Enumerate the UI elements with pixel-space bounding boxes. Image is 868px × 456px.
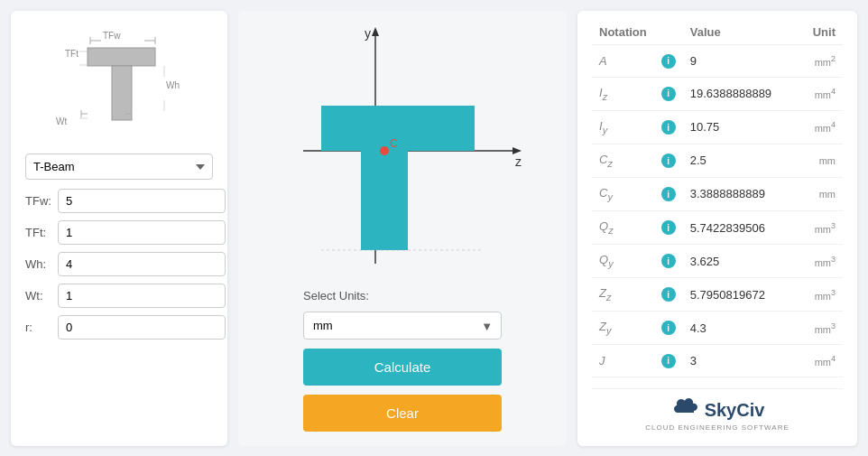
- center-panel: z y C Select Units: mmcmminft ▼ Calculat…: [238, 11, 567, 446]
- svg-text:z: z: [515, 154, 522, 169]
- input-tft[interactable]: [58, 220, 226, 245]
- svg-text:Wh: Wh: [166, 80, 180, 90]
- diagram-area: TFw TFt Wh Wt: [25, 25, 213, 143]
- units-select-wrap: mmcmminft ▼: [303, 312, 502, 340]
- cell-unit: mm: [798, 144, 843, 177]
- table-row: Cyi3.3888888889mm: [592, 177, 843, 210]
- cell-info[interactable]: i: [654, 345, 683, 377]
- info-icon[interactable]: i: [661, 187, 676, 201]
- info-icon[interactable]: i: [661, 220, 676, 235]
- svg-text:Wt: Wt: [56, 116, 67, 126]
- label-tfw: TFw:: [25, 194, 58, 208]
- info-icon[interactable]: i: [661, 321, 676, 335]
- calculate-button[interactable]: Calculate: [303, 349, 502, 386]
- field-row-wh: Wh:: [25, 252, 213, 276]
- cell-info[interactable]: i: [654, 110, 683, 144]
- skyciv-brand: SkyCiv: [670, 396, 765, 423]
- cell-value: 2.5: [683, 144, 799, 177]
- cell-notation: Qz: [592, 210, 654, 244]
- skyciv-brand-name: SkyCiv: [705, 400, 765, 421]
- svg-rect-24: [321, 106, 475, 151]
- svg-text:TFt: TFt: [65, 49, 78, 59]
- cell-info[interactable]: i: [654, 245, 683, 278]
- cell-info[interactable]: i: [654, 312, 683, 345]
- table-row: Qyi3.625mm3: [592, 245, 843, 278]
- cell-info[interactable]: i: [654, 177, 683, 210]
- input-tfw[interactable]: [58, 189, 226, 213]
- info-icon[interactable]: i: [661, 287, 676, 302]
- cell-value: 9: [683, 45, 799, 78]
- cell-unit: mm4: [798, 345, 843, 377]
- cell-unit: mm3: [798, 245, 843, 278]
- field-row-tft: TFt:: [25, 220, 213, 245]
- units-label: Select Units:: [303, 289, 369, 302]
- label-tft: TFt:: [25, 226, 58, 239]
- input-r[interactable]: [58, 315, 226, 340]
- cell-unit: mm2: [798, 45, 843, 78]
- svg-rect-25: [361, 151, 408, 250]
- chart-area: z y C: [253, 20, 552, 282]
- cell-value: 19.6388888889: [683, 77, 799, 110]
- cell-notation: Zy: [592, 312, 654, 345]
- input-wt[interactable]: [58, 284, 226, 308]
- cell-info[interactable]: i: [654, 45, 683, 78]
- svg-rect-13: [88, 48, 155, 66]
- field-row-wt: Wt:: [25, 284, 213, 308]
- table-row: Iyi10.75mm4: [592, 110, 843, 144]
- label-wh: Wh:: [25, 257, 58, 271]
- cell-info[interactable]: i: [654, 144, 683, 177]
- clear-button[interactable]: Clear: [303, 395, 502, 432]
- cell-unit: mm3: [798, 312, 843, 345]
- cell-value: 4.3: [683, 312, 799, 345]
- cell-notation: J: [592, 345, 654, 377]
- svg-text:C: C: [390, 137, 398, 150]
- table-row: Czi2.5mm: [592, 144, 843, 177]
- cell-info[interactable]: i: [654, 77, 683, 110]
- table-row: Izi19.6388888889mm4: [592, 77, 843, 110]
- cell-value: 10.75: [683, 110, 799, 144]
- controls-area: Select Units: mmcmminft ▼ Calculate Clea…: [253, 289, 552, 432]
- skyciv-logo: SkyCiv CLOUD ENGINEERING SOFTWARE: [592, 388, 843, 432]
- svg-marker-19: [372, 27, 379, 36]
- info-icon[interactable]: i: [661, 120, 676, 135]
- left-panel: TFw TFt Wh Wt T-BeamI-BeamL-AngleRectang: [11, 11, 227, 446]
- cell-info[interactable]: i: [654, 210, 683, 244]
- cell-notation: A: [592, 45, 654, 78]
- cell-value: 5.7422839506: [683, 210, 799, 244]
- table-row: Ai9mm2: [592, 45, 843, 78]
- col-header-value: Value: [683, 20, 799, 45]
- info-icon[interactable]: i: [661, 154, 676, 168]
- svg-point-26: [380, 146, 389, 155]
- label-wt: Wt:: [25, 289, 58, 302]
- cell-value: 5.7950819672: [683, 278, 799, 312]
- cell-notation: Iy: [592, 110, 654, 144]
- info-icon[interactable]: i: [661, 354, 676, 368]
- cell-unit: mm4: [798, 110, 843, 144]
- cell-notation: Qy: [592, 245, 654, 278]
- right-panel: Notation Value Unit Ai9mm2Izi19.63888888…: [577, 11, 857, 446]
- table-row: Zyi4.3mm3: [592, 312, 843, 345]
- cloud-icon: [670, 396, 699, 423]
- shape-select[interactable]: T-BeamI-BeamL-AngleRectangleCircle: [25, 154, 213, 180]
- field-row-r: r:: [25, 315, 213, 340]
- cell-unit: mm3: [798, 278, 843, 312]
- info-icon[interactable]: i: [661, 254, 676, 268]
- cell-unit: mm4: [798, 77, 843, 110]
- info-icon[interactable]: i: [661, 87, 676, 101]
- col-header-empty: [654, 20, 683, 45]
- col-header-notation: Notation: [592, 20, 654, 45]
- svg-marker-21: [512, 147, 522, 154]
- skyciv-tagline: CLOUD ENGINEERING SOFTWARE: [645, 423, 790, 432]
- info-icon[interactable]: i: [661, 54, 676, 69]
- cell-value: 3: [683, 345, 799, 377]
- cell-notation: Cz: [592, 144, 654, 177]
- units-select[interactable]: mmcmminft: [303, 312, 502, 340]
- col-header-unit: Unit: [798, 20, 843, 45]
- cell-notation: Cy: [592, 177, 654, 210]
- cell-info[interactable]: i: [654, 278, 683, 312]
- cell-value: 3.3888888889: [683, 177, 799, 210]
- svg-text:TFw: TFw: [103, 31, 121, 41]
- table-row: Qzi5.7422839506mm3: [592, 210, 843, 244]
- cell-unit: mm: [798, 177, 843, 210]
- input-wh[interactable]: [58, 252, 226, 276]
